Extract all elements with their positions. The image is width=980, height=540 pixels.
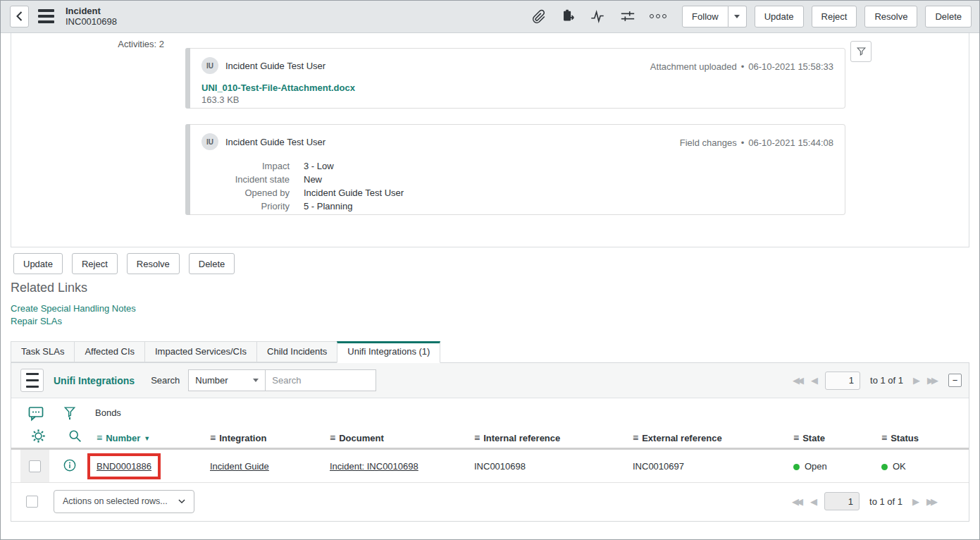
- row-checkbox[interactable]: [29, 460, 41, 472]
- tab-impacted-services-cis[interactable]: Impacted Services/CIs: [144, 341, 257, 362]
- cell-document: Incident: INC0010698: [323, 461, 467, 472]
- list-context-menu-button[interactable]: [20, 369, 44, 392]
- minus-icon: −: [953, 376, 958, 385]
- context-menu-icon[interactable]: [38, 6, 54, 26]
- page-range-label: to 1 of 1: [869, 496, 903, 507]
- first-page-button[interactable]: ◀◀: [793, 375, 804, 386]
- reject-button[interactable]: Reject: [812, 6, 857, 27]
- column-header-number[interactable]: ≡Number▼: [89, 432, 203, 443]
- chevron-down-icon: [177, 496, 187, 506]
- table-row: BND0001886 Incident Guide Incident: INC0…: [11, 450, 969, 483]
- document-link[interactable]: Incident: INC0010698: [330, 461, 418, 472]
- related-links-title: Related Links: [11, 281, 136, 295]
- group-label: Bonds: [95, 407, 121, 418]
- resolve-button[interactable]: Resolve: [864, 6, 917, 27]
- prev-page-button[interactable]: ◀: [810, 496, 817, 507]
- search-field-selected: Number: [195, 375, 228, 386]
- activity-entry-field-changes: IU Incident Guide Test User Field change…: [185, 124, 845, 215]
- column-header-document[interactable]: ≡Document: [323, 432, 467, 443]
- last-page-button[interactable]: ▶▶: [926, 496, 938, 507]
- copy-record-icon[interactable]: [560, 8, 576, 24]
- column-menu-icon: ≡: [881, 432, 887, 443]
- gear-icon[interactable]: [31, 429, 46, 446]
- next-page-button[interactable]: ▶: [912, 496, 919, 507]
- activity-section: Activities: 2 IU Incident Guide Test Use…: [11, 33, 969, 247]
- status-value: OK: [893, 461, 906, 472]
- funnel-icon: [856, 46, 867, 57]
- column-header-integration[interactable]: ≡Integration: [203, 432, 323, 443]
- actions-select-placeholder: Actions on selected rows...: [63, 496, 168, 506]
- related-links-section: Related Links Create Special Handling No…: [11, 281, 136, 328]
- column-menu-icon: ≡: [633, 432, 638, 443]
- next-page-button[interactable]: ▶: [913, 375, 920, 386]
- list-group-row: Bonds: [11, 398, 969, 427]
- page-number-input[interactable]: [824, 492, 860, 510]
- column-menu-icon: ≡: [474, 432, 480, 443]
- attachment-file-link[interactable]: UNI_010-Test-File-Attachment.docx: [201, 82, 355, 93]
- related-link-create-special-handling-notes[interactable]: Create Special Handling Notes: [11, 302, 136, 315]
- tab-affected-cis[interactable]: Affected CIs: [74, 341, 145, 362]
- column-header-state[interactable]: ≡State: [786, 432, 874, 443]
- follow-button[interactable]: Follow: [682, 6, 728, 27]
- collapse-list-button[interactable]: −: [948, 374, 962, 387]
- search-label: Search: [151, 375, 180, 386]
- record-number-label: INC0010698: [66, 16, 117, 27]
- field-label: Priority: [201, 200, 290, 213]
- list-footer: Actions on selected rows... ◀◀ ◀ to 1 of…: [11, 483, 969, 520]
- tab-unifi-integrations[interactable]: Unifi Integrations (1): [337, 341, 440, 363]
- personalize-form-icon[interactable]: [619, 8, 636, 24]
- timeline-bar: [185, 124, 190, 215]
- actions-on-selected-rows-select[interactable]: Actions on selected rows...: [54, 490, 194, 513]
- activity-timestamp: 06-10-2021 15:58:33: [748, 61, 833, 72]
- column-header-external-reference[interactable]: ≡External reference: [626, 432, 786, 443]
- first-page-button[interactable]: ◀◀: [792, 496, 803, 507]
- related-lists-tabs: Task SLAs Affected CIs Impacted Services…: [11, 341, 440, 362]
- search-field-select[interactable]: Number: [188, 369, 266, 391]
- info-icon[interactable]: [63, 458, 77, 474]
- page-number-input[interactable]: [825, 372, 860, 390]
- state-status-dot: [793, 464, 800, 470]
- table-header-row: ≡Number▼ ≡Integration ≡Document ≡Interna…: [11, 427, 969, 450]
- tab-child-incidents[interactable]: Child Incidents: [256, 341, 337, 362]
- search-icon[interactable]: [68, 429, 82, 446]
- tab-task-slas[interactable]: Task SLAs: [11, 341, 75, 362]
- attachment-icon[interactable]: [531, 8, 547, 24]
- related-link-repair-slas[interactable]: Repair SLAs: [11, 315, 136, 328]
- field-label: Impact: [201, 159, 290, 173]
- activity-stream-icon[interactable]: [589, 8, 606, 24]
- last-page-button[interactable]: ▶▶: [927, 375, 938, 386]
- follow-dropdown-button[interactable]: [728, 6, 747, 27]
- chat-preview-icon[interactable]: [27, 405, 44, 422]
- cell-state: Open: [786, 461, 874, 472]
- timeline-bar: [185, 48, 190, 109]
- list-filter-icon[interactable]: [63, 405, 77, 422]
- sort-desc-icon: ▼: [144, 435, 150, 442]
- cell-number: BND0001886: [89, 453, 203, 479]
- record-type-label: Incident: [66, 6, 117, 16]
- resolve-button-bottom[interactable]: Resolve: [127, 253, 180, 274]
- chevron-left-icon: [15, 11, 25, 22]
- more-options-icon[interactable]: [650, 14, 666, 18]
- bond-number-link[interactable]: BND0001886: [97, 461, 151, 472]
- list-search-input[interactable]: [266, 369, 376, 391]
- activity-filter-button[interactable]: [850, 41, 872, 62]
- list-pagination-bottom: ◀◀ ◀ to 1 of 1 ▶ ▶▶: [792, 492, 938, 510]
- unifi-integrations-list: Unifi Integrations Search Number ◀◀ ◀ to…: [11, 362, 969, 522]
- integration-link[interactable]: Incident Guide: [210, 461, 269, 472]
- column-header-internal-reference[interactable]: ≡Internal reference: [467, 432, 626, 443]
- list-toolbar: Unifi Integrations Search Number ◀◀ ◀ to…: [11, 363, 969, 398]
- column-header-status[interactable]: ≡Status: [874, 432, 969, 443]
- reject-button-bottom[interactable]: Reject: [72, 253, 118, 274]
- delete-button-bottom[interactable]: Delete: [189, 253, 235, 274]
- cell-integration: Incident Guide: [203, 461, 323, 472]
- update-button-bottom[interactable]: Update: [13, 253, 63, 274]
- list-title: Unifi Integrations: [54, 375, 135, 386]
- delete-button[interactable]: Delete: [925, 6, 972, 27]
- status-status-dot: [881, 464, 888, 470]
- prev-page-button[interactable]: ◀: [811, 375, 818, 386]
- field-value: 5 - Planning: [304, 200, 352, 213]
- update-button[interactable]: Update: [755, 6, 804, 27]
- activity-meta: Attachment uploaded•06-10-2021 15:58:33: [650, 61, 833, 72]
- select-all-checkbox[interactable]: [26, 496, 38, 508]
- back-button[interactable]: [10, 6, 29, 27]
